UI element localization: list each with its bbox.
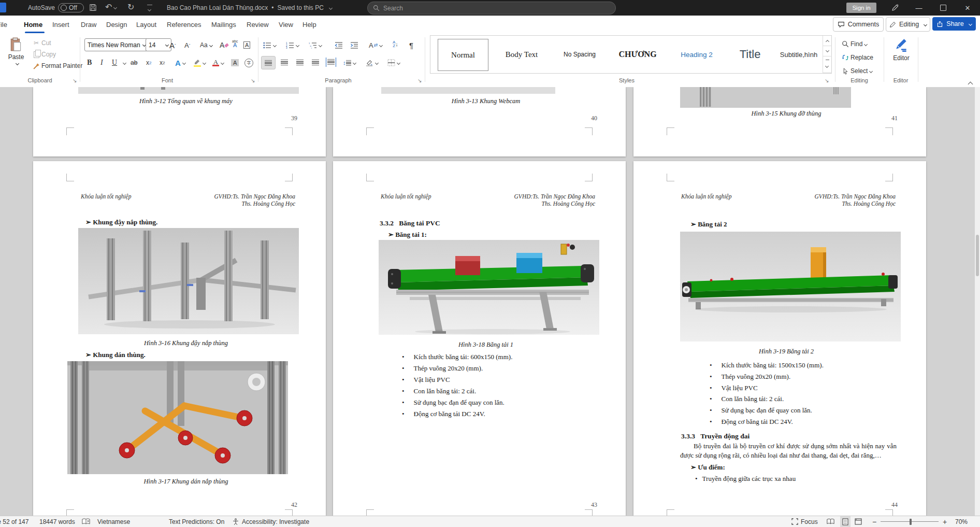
align-right-button[interactable] <box>293 56 307 68</box>
shading-button[interactable] <box>366 56 378 69</box>
font-dialog-launcher[interactable]: ↘ <box>251 78 255 83</box>
qat-customize-button[interactable] <box>147 5 152 12</box>
tab-home[interactable]: Home <box>24 16 42 33</box>
shrink-font-button[interactable]: Aˇ <box>184 38 190 52</box>
zoom-in-button[interactable]: + <box>943 516 947 527</box>
redo-button[interactable]: ↻ <box>127 3 134 11</box>
minimize-button[interactable]: — <box>909 0 929 16</box>
grow-font-button[interactable]: Aˆ <box>169 38 176 52</box>
bullets-button[interactable] <box>263 38 276 52</box>
undo-button[interactable]: ↶ <box>105 3 117 11</box>
change-case-button[interactable]: Aa <box>200 38 212 52</box>
figure-3-15-bottom[interactable] <box>680 87 851 108</box>
enclose-characters-button[interactable]: 字 <box>244 56 253 69</box>
figure-3-19[interactable] <box>680 232 901 341</box>
tab-draw[interactable]: Draw <box>81 16 96 33</box>
tab-help[interactable]: Help <box>302 16 316 33</box>
style-subtitle-hinh[interactable]: Subtitle,hình <box>774 39 823 70</box>
distributed-button[interactable] <box>324 56 338 68</box>
page-39[interactable]: Hình 3-12 Tổng quan về khung máy 39 <box>33 87 326 156</box>
scrollbar-thumb[interactable] <box>976 235 979 276</box>
show-formatting-marks-button[interactable]: ¶ <box>409 38 413 52</box>
comments-button[interactable]: Comments <box>833 17 884 32</box>
proofing-icon[interactable] <box>82 516 90 527</box>
paste-button[interactable]: Paste <box>4 37 28 65</box>
tab-design[interactable]: Design <box>106 16 127 33</box>
figure-3-12-bottom[interactable] <box>78 87 299 94</box>
character-shading-button[interactable]: A <box>231 56 239 69</box>
page-40[interactable]: Hình 3-13 Khung Webcam 40 <box>333 87 626 156</box>
superscript-button[interactable]: x2 <box>160 56 165 69</box>
character-border-button[interactable]: A <box>243 38 250 52</box>
maximize-button[interactable] <box>933 0 954 16</box>
strikethrough-button[interactable]: ab <box>131 56 137 69</box>
decrease-indent-button[interactable] <box>335 38 343 52</box>
tab-view[interactable]: View <box>279 16 293 33</box>
text-predictions[interactable]: Text Predictions: On <box>169 516 224 527</box>
web-layout-button[interactable] <box>855 516 862 527</box>
style-normal[interactable]: Normal <box>438 39 488 71</box>
tab-insert[interactable]: Insert <box>52 16 69 33</box>
page-44[interactable]: Khóa luận tốt nghiệp GVHD:Ts. Trần Ngọc … <box>633 161 926 516</box>
line-spacing-button[interactable]: ↕ <box>343 56 356 69</box>
asian-layout-button[interactable]: A⇄ <box>369 38 382 52</box>
font-color-button[interactable]: A <box>212 56 224 69</box>
increase-indent-button[interactable] <box>350 38 358 52</box>
clear-formatting-button[interactable]: A <box>220 38 228 52</box>
styles-more-button[interactable] <box>823 56 832 73</box>
sort-button[interactable]: AZ↓ <box>393 37 398 51</box>
font-size-combo[interactable]: 14 <box>146 38 171 51</box>
align-left-button[interactable] <box>261 56 276 69</box>
numbering-button[interactable]: 123 <box>286 38 299 52</box>
underline-chevron-icon[interactable] <box>123 61 126 65</box>
styles-scroll-up-button[interactable] <box>823 36 832 46</box>
vertical-scrollbar[interactable] <box>975 87 980 516</box>
sign-in-button[interactable]: Sign in <box>846 3 876 13</box>
style-no-spacing[interactable]: No Spacing <box>554 39 606 70</box>
zoom-percentage[interactable]: 70% <box>955 516 968 527</box>
print-layout-button[interactable] <box>840 516 851 527</box>
focus-mode-button[interactable]: Focus <box>791 516 818 527</box>
style-body-text[interactable]: Body Text <box>495 39 549 70</box>
subscript-button[interactable]: x2 <box>146 56 151 69</box>
style-chuong[interactable]: CHƯƠNG <box>610 39 666 70</box>
phonetic-guide-button[interactable]: abcA <box>232 37 238 51</box>
page-43[interactable]: Khóa luận tốt nghiệp GVHD:Ts. Trần Ngọc … <box>333 161 626 516</box>
figure-3-16[interactable] <box>78 228 299 334</box>
page-indicator[interactable]: Page 52 of 147 <box>0 516 28 527</box>
bold-button[interactable]: B <box>87 56 92 69</box>
replace-button[interactable]: Replace <box>840 51 873 64</box>
style-heading-2[interactable]: Heading 2 <box>670 39 724 70</box>
figure-3-13-bottom[interactable] <box>381 87 555 94</box>
document-title[interactable]: Bao Cao Phan Loai Dán Thùng.docx • Saved… <box>167 4 332 11</box>
zoom-out-button[interactable]: − <box>872 516 876 527</box>
save-icon[interactable] <box>89 4 97 12</box>
page-41[interactable]: Hình 3-15 Khung đỡ thùng 41 <box>633 87 926 156</box>
tab-references[interactable]: References <box>167 16 201 33</box>
search-input[interactable]: Search <box>367 2 616 15</box>
editor-button[interactable]: Editor <box>888 37 915 62</box>
style-title[interactable]: Title <box>727 39 773 70</box>
figure-3-17[interactable] <box>67 361 288 474</box>
accessibility-status[interactable]: Accessibility: Investigate <box>232 516 309 527</box>
pen-ink-icon[interactable] <box>891 4 899 13</box>
editing-mode-button[interactable]: Editing <box>886 17 930 32</box>
justify-button[interactable] <box>309 56 322 68</box>
tab-mailings[interactable]: Mailings <box>211 16 236 33</box>
read-mode-button[interactable] <box>827 516 834 527</box>
page-42[interactable]: Khóa luận tốt nghiệp GVHD:Ts. Trần Ngọc … <box>33 161 326 516</box>
clipboard-dialog-launcher[interactable]: ↘ <box>73 78 77 83</box>
tab-file[interactable]: File <box>0 16 7 33</box>
word-count[interactable]: 18447 words <box>39 516 75 527</box>
text-effects-button[interactable]: A <box>175 56 185 69</box>
styles-scroll-down-button[interactable] <box>823 46 832 56</box>
find-button[interactable]: Find <box>840 37 867 51</box>
zoom-slider-thumb[interactable] <box>910 519 912 525</box>
word-app-icon[interactable] <box>0 3 6 12</box>
italic-button[interactable]: I <box>100 56 103 69</box>
close-button[interactable]: ✕ <box>957 0 978 16</box>
paragraph-dialog-launcher[interactable]: ↘ <box>417 78 422 83</box>
figure-3-18[interactable] <box>379 240 599 335</box>
highlight-color-button[interactable] <box>194 56 206 69</box>
tab-layout[interactable]: Layout <box>136 16 156 33</box>
